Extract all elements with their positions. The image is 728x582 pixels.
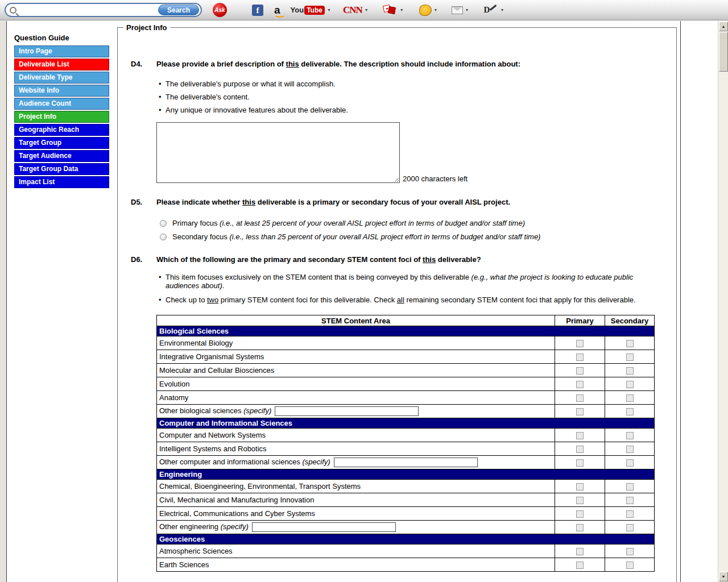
mail-icon	[452, 6, 463, 14]
primary-checkbox[interactable]	[576, 394, 584, 402]
specify-input[interactable]	[334, 458, 478, 467]
question-d6-text: Which of the following are the primary a…	[156, 255, 665, 264]
youtube-icon: You	[291, 6, 304, 14]
secondary-checkbox[interactable]	[626, 367, 634, 375]
youtube-shortcut[interactable]: You Tube	[291, 6, 331, 15]
sidebar-item-deliverable-list[interactable]: Deliverable List	[14, 59, 109, 70]
secondary-focus-option: Secondary focus (i.e., less than 25 perc…	[160, 232, 665, 241]
question-d4-text: Please provide a brief description of th…	[156, 60, 665, 68]
sidebar-item-project-info[interactable]: Project Info	[14, 111, 109, 123]
secondary-checkbox[interactable]	[626, 381, 634, 388]
stem-content-table: STEM Content Area Primary Secondary Biol…	[156, 315, 655, 572]
facebook-shortcut[interactable]: f	[252, 5, 263, 16]
secondary-checkbox[interactable]	[626, 524, 634, 531]
table-section-title: Engineering	[157, 469, 655, 480]
secondary-checkbox[interactable]	[626, 562, 634, 569]
primary-checkbox[interactable]	[576, 340, 584, 347]
primary-checkbox[interactable]	[576, 432, 584, 439]
cnn-shortcut[interactable]: CNN	[343, 5, 369, 16]
primary-checkbox[interactable]	[576, 483, 584, 490]
sidebar-item-audience-count[interactable]: Audience Count	[14, 98, 109, 110]
sidebar-item-target-group[interactable]: Target Group	[14, 137, 109, 149]
secondary-checkbox[interactable]	[626, 394, 634, 402]
primary-checkbox[interactable]	[576, 459, 584, 467]
amazon-shortcut[interactable]: a	[274, 5, 280, 16]
primary-checkbox[interactable]	[576, 408, 584, 415]
secondary-cell	[605, 493, 655, 507]
primary-focus-radio[interactable]	[160, 220, 167, 227]
dice-shortcut[interactable]	[382, 3, 404, 16]
secondary-checkbox[interactable]	[626, 459, 634, 467]
stem-area-label: Intelligent Systems and Robotics	[157, 442, 555, 456]
sidebar-item-target-audience[interactable]: Target Audience	[14, 150, 109, 162]
stem-area-label: Integrative Organismal Systems	[157, 350, 555, 364]
ask-icon: Ask	[213, 3, 227, 17]
table-row: Environmental Biology	[157, 336, 655, 350]
secondary-checkbox[interactable]	[626, 497, 634, 504]
primary-checkbox[interactable]	[576, 354, 584, 361]
primary-cell	[555, 493, 605, 507]
table-row: Other computer and informational science…	[157, 456, 655, 469]
search-input[interactable]	[20, 5, 158, 15]
table-row: Computer and Network Systems	[157, 429, 655, 442]
secondary-checkbox[interactable]	[626, 432, 634, 439]
table-row: Atmospheric Sciences	[157, 544, 655, 558]
question-d5: D5. Please indicate whether this deliver…	[131, 198, 665, 206]
specify-input[interactable]	[252, 522, 396, 532]
secondary-checkbox[interactable]	[626, 354, 634, 361]
sidebar-item-deliverable-type[interactable]: Deliverable Type	[14, 72, 109, 84]
secondary-checkbox[interactable]	[626, 340, 634, 347]
stem-area-label: Computer and Network Systems	[157, 429, 555, 442]
draw-shortcut[interactable]: D	[483, 5, 504, 16]
primary-cell	[555, 429, 605, 442]
description-textarea[interactable]	[156, 122, 400, 183]
secondary-checkbox[interactable]	[626, 483, 634, 490]
primary-checkbox[interactable]	[576, 524, 584, 531]
primary-checkbox[interactable]	[576, 497, 584, 504]
search-button[interactable]: Search	[158, 5, 199, 15]
primary-cell	[555, 544, 605, 558]
scroll-down-button[interactable]	[719, 572, 728, 581]
table-row: Intelligent Systems and Robotics	[157, 442, 655, 456]
d6-bullet: Check up to two primary STEM content foc…	[159, 296, 639, 304]
primary-cell	[555, 391, 605, 405]
secondary-checkbox[interactable]	[626, 408, 634, 415]
ask-shortcut[interactable]: Ask	[213, 3, 227, 17]
primary-checkbox[interactable]	[576, 381, 584, 388]
primary-checkbox[interactable]	[576, 367, 584, 375]
table-row: Other engineering (specify)	[157, 521, 655, 534]
stem-area-label: Electrical, Communications and Cyber Sys…	[157, 507, 555, 521]
primary-checkbox[interactable]	[576, 510, 584, 518]
scroll-up-button[interactable]	[719, 22, 728, 31]
primary-checkbox[interactable]	[576, 548, 584, 555]
secondary-cell	[605, 377, 655, 391]
specify-input[interactable]	[275, 406, 419, 416]
primary-checkbox[interactable]	[576, 446, 584, 453]
sidebar-item-target-group-data[interactable]: Target Group Data	[14, 163, 109, 175]
secondary-checkbox[interactable]	[626, 446, 634, 453]
sidebar-item-geographic-reach[interactable]: Geographic Reach	[14, 124, 109, 136]
secondary-cell	[605, 521, 655, 534]
primary-checkbox[interactable]	[576, 562, 584, 569]
d6-bullet: This item focuses exclusively on the STE…	[159, 273, 639, 290]
sidebar-item-website-info[interactable]: Website Info	[14, 85, 109, 97]
primary-cell	[555, 364, 605, 377]
mail-shortcut[interactable]	[452, 6, 469, 14]
secondary-focus-radio[interactable]	[160, 234, 167, 240]
sidebar-nav: Intro PageDeliverable ListDeliverable Ty…	[14, 45, 109, 188]
sidebar-item-intro-page[interactable]: Intro Page	[14, 45, 109, 57]
secondary-cell	[605, 405, 655, 418]
stem-area-label: Earth Sciences	[157, 558, 555, 572]
secondary-checkbox[interactable]	[626, 510, 634, 518]
stem-area-label: Other biological sciences (specify)	[157, 405, 555, 418]
writing-hand-icon: D	[483, 5, 498, 16]
table-section-title: Computer and Informational Sciences	[157, 418, 655, 429]
secondary-checkbox[interactable]	[626, 548, 634, 555]
mascot-shortcut[interactable]	[419, 5, 438, 16]
d4-bullet: The deliverable's content.	[159, 90, 665, 103]
scrollbar-thumb[interactable]	[719, 32, 728, 72]
sidebar-item-impact-list[interactable]: Impact List	[14, 176, 109, 188]
secondary-cell	[605, 442, 655, 456]
stem-table-body: Biological SciencesEnvironmental Biology…	[157, 326, 655, 572]
d4-bullets: The deliverable's purpose or what it wil…	[159, 77, 665, 117]
